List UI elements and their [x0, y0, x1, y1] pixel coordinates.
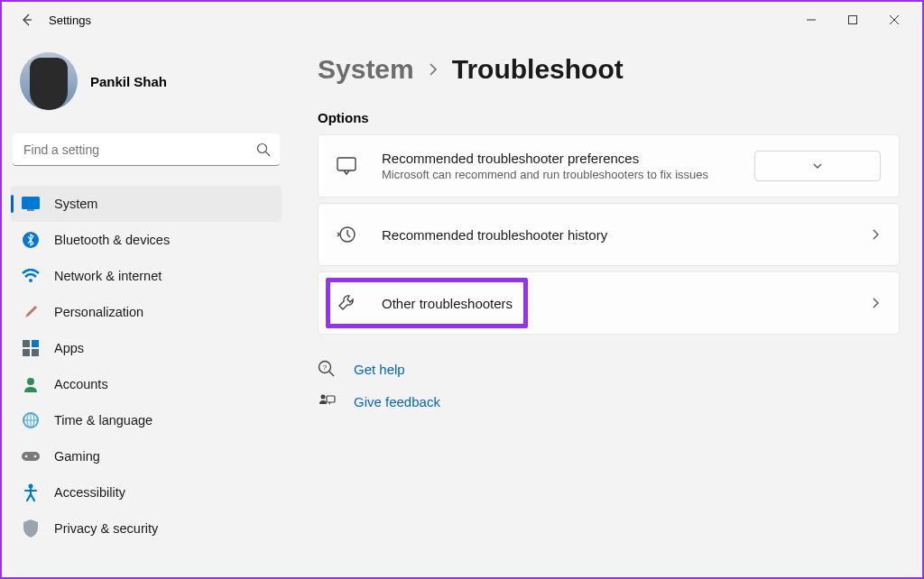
svg-point-5 [29, 279, 32, 282]
sidebar-item-label: Accounts [54, 377, 108, 391]
content-area: System Troubleshoot Options Recommended … [291, 38, 922, 577]
sidebar-item-personalization[interactable]: Personalization [11, 294, 282, 330]
sidebar-item-gaming[interactable]: Gaming [11, 438, 282, 474]
svg-point-21 [321, 395, 326, 400]
person-icon [22, 375, 40, 393]
feedback-icon [318, 392, 337, 410]
chat-icon [337, 156, 362, 176]
profile-name: Pankil Shah [90, 74, 167, 89]
sidebar-item-time-language[interactable]: Time & language [11, 402, 282, 438]
get-help-link[interactable]: ? Get help [318, 360, 900, 378]
section-title-options: Options [318, 110, 900, 125]
sidebar-item-accessibility[interactable]: Accessibility [11, 474, 282, 510]
svg-point-10 [27, 378, 34, 385]
give-feedback-label: Give feedback [354, 394, 440, 409]
svg-rect-13 [22, 452, 40, 461]
arrow-left-icon [20, 13, 34, 27]
sidebar-item-network[interactable]: Network & internet [11, 258, 282, 294]
bluetooth-icon [22, 231, 40, 249]
sidebar-item-bluetooth[interactable]: Bluetooth & devices [11, 222, 282, 258]
nav-list: System Bluetooth & devices Network & int… [11, 186, 282, 547]
sidebar-item-label: Apps [54, 341, 84, 355]
search-input[interactable] [13, 133, 280, 166]
sidebar-item-system[interactable]: System [11, 186, 282, 222]
window-controls [790, 2, 915, 38]
card-other-troubleshooters[interactable]: Other troubleshooters [318, 271, 900, 335]
apps-icon [22, 339, 40, 357]
brush-icon [22, 303, 40, 321]
globe-icon [22, 411, 40, 429]
sidebar-item-label: Accessibility [54, 485, 125, 500]
svg-point-16 [29, 484, 33, 489]
svg-point-1 [258, 144, 267, 153]
card-title: Recommended troubleshooter preferences [382, 151, 747, 166]
card-recommended-history[interactable]: Recommended troubleshooter history [318, 203, 900, 266]
svg-rect-3 [27, 209, 34, 211]
breadcrumb-parent[interactable]: System [318, 54, 414, 85]
breadcrumb: System Troubleshoot [318, 54, 900, 85]
footer-links: ? Get help Give feedback [318, 360, 900, 410]
minimize-icon [807, 15, 816, 24]
preferences-dropdown[interactable] [754, 151, 881, 181]
sidebar-item-label: Time & language [54, 413, 152, 427]
svg-point-15 [34, 455, 37, 458]
close-icon [890, 15, 899, 24]
close-button[interactable] [873, 2, 915, 38]
svg-rect-7 [32, 340, 39, 347]
sidebar-item-privacy[interactable]: Privacy & security [11, 510, 282, 547]
sidebar-item-label: Bluetooth & devices [54, 233, 170, 247]
sidebar-item-label: Network & internet [54, 269, 162, 283]
chevron-down-icon [812, 161, 823, 171]
svg-rect-6 [23, 340, 30, 347]
chevron-right-icon [870, 229, 881, 240]
sidebar-item-label: Personalization [54, 305, 143, 319]
titlebar: Settings [2, 2, 922, 38]
svg-rect-17 [337, 158, 356, 170]
minimize-button[interactable] [790, 2, 832, 38]
breadcrumb-current: Troubleshoot [452, 54, 624, 85]
sidebar-item-label: Privacy & security [54, 521, 158, 536]
search-wrap [13, 133, 280, 166]
avatar [20, 52, 78, 110]
window-title: Settings [49, 14, 91, 27]
history-icon [337, 225, 362, 244]
sidebar-item-apps[interactable]: Apps [11, 330, 282, 366]
svg-rect-0 [849, 16, 857, 24]
maximize-button[interactable] [832, 2, 873, 38]
card-subtitle: Microsoft can recommend and run troubles… [382, 168, 747, 181]
sidebar-item-label: System [54, 197, 97, 211]
svg-rect-9 [32, 349, 39, 356]
maximize-icon [848, 15, 857, 24]
svg-rect-22 [327, 396, 335, 402]
chevron-right-icon [427, 63, 439, 76]
search-icon [256, 142, 271, 157]
back-button[interactable] [9, 2, 45, 38]
wrench-icon [337, 293, 362, 313]
profile-block[interactable]: Pankil Shah [11, 45, 282, 126]
sidebar-item-label: Gaming [54, 449, 100, 464]
wifi-icon [22, 267, 40, 285]
shield-icon [22, 519, 40, 538]
display-icon [22, 195, 40, 213]
svg-point-14 [25, 455, 28, 458]
gamepad-icon [22, 447, 40, 465]
give-feedback-link[interactable]: Give feedback [318, 392, 900, 410]
help-icon: ? [318, 360, 337, 378]
card-recommended-preferences[interactable]: Recommended troubleshooter preferences M… [318, 134, 900, 198]
svg-rect-2 [22, 197, 40, 209]
svg-text:?: ? [323, 363, 328, 372]
sidebar: Pankil Shah System Bluetooth & devices N… [2, 38, 291, 577]
get-help-label: Get help [354, 362, 405, 377]
svg-rect-8 [23, 349, 30, 356]
chevron-right-icon [870, 298, 881, 308]
card-title: Other troubleshooters [382, 296, 859, 311]
accessibility-icon [22, 483, 40, 501]
card-title: Recommended troubleshooter history [382, 227, 859, 243]
sidebar-item-accounts[interactable]: Accounts [11, 366, 282, 402]
